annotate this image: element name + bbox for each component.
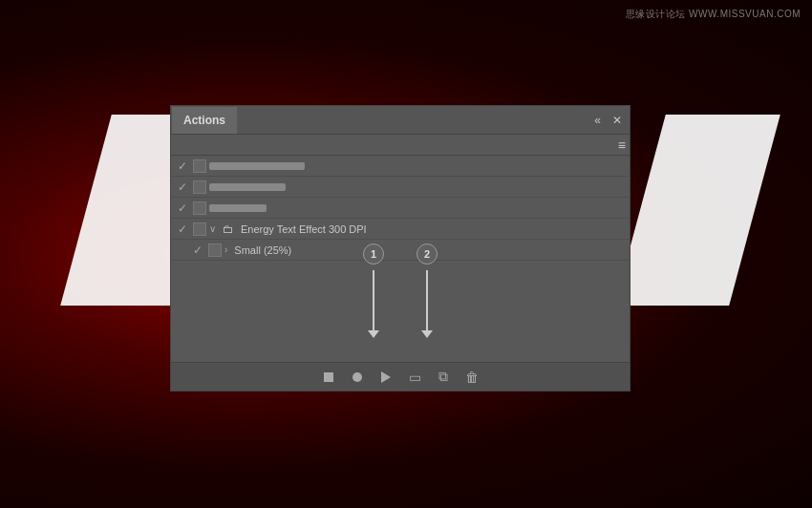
panel-toolbar: ▭ ⧉ 🗑: [171, 362, 630, 391]
checkmark-1: ✓: [175, 159, 190, 173]
row-content-2: [209, 183, 626, 191]
stop-button[interactable]: [319, 368, 338, 387]
action-row-5[interactable]: ✓ › Small (25%): [171, 240, 630, 261]
action-row-4[interactable]: ✓ ∨ 🗀 Energy Text Effect 300 DPI: [171, 219, 630, 240]
row-content-3: [209, 204, 626, 212]
panel-titlebar: Actions « ✕: [171, 106, 630, 135]
trash-icon: 🗑: [465, 370, 479, 385]
color-box-3: [193, 201, 206, 215]
checkmark-3: ✓: [175, 201, 190, 215]
color-box-2: [193, 180, 206, 194]
row-label-5: Small (25%): [234, 244, 291, 256]
record-icon: [353, 372, 362, 382]
actions-panel: Actions « ✕ ≡ ✓ ✓ ✓: [170, 105, 630, 392]
panel-controls: « ✕: [590, 112, 630, 129]
blurred-label-2: [209, 183, 286, 191]
duplicate-icon: ⧉: [438, 369, 448, 385]
folder-btn-icon: ▭: [409, 370, 421, 385]
checkmark-2: ✓: [175, 180, 190, 194]
stop-icon: [324, 372, 333, 382]
row-content-4: ∨ 🗀 Energy Text Effect 300 DPI: [209, 222, 626, 236]
new-set-button[interactable]: ▭: [405, 368, 424, 387]
action-row-1[interactable]: ✓: [171, 156, 630, 177]
record-button[interactable]: [348, 368, 367, 387]
panel-menu-icon[interactable]: ≡: [618, 138, 626, 153]
watermark: 思缘设计论坛 WWW.MISSVUAN.COM: [626, 8, 801, 21]
actions-tab[interactable]: Actions: [171, 106, 238, 134]
color-box-5: [208, 243, 222, 257]
close-button[interactable]: ✕: [609, 112, 626, 129]
blurred-label-1: [209, 162, 305, 170]
expand-icon-5[interactable]: ›: [224, 244, 227, 255]
panel-menubar: ≡: [171, 135, 630, 156]
row-content-5: › Small (25%): [224, 244, 626, 256]
row-content-1: [209, 162, 626, 170]
collapse-button[interactable]: «: [590, 112, 605, 129]
blurred-label-3: [209, 204, 267, 212]
panel-content: ✓ ✓ ✓ ✓ ∨ 🗀: [171, 156, 630, 362]
color-box-4: [193, 222, 206, 236]
delete-button[interactable]: 🗑: [462, 368, 481, 387]
play-button[interactable]: [376, 368, 395, 387]
row-label-4: Energy Text Effect 300 DPI: [241, 223, 367, 235]
new-action-button[interactable]: ⧉: [434, 368, 453, 387]
checkmark-5: ✓: [190, 243, 205, 257]
action-row-2[interactable]: ✓: [171, 177, 630, 198]
play-icon: [381, 371, 391, 383]
expand-icon-4[interactable]: ∨: [209, 223, 216, 234]
action-row-3[interactable]: ✓: [171, 198, 630, 219]
checkmark-4: ✓: [175, 222, 190, 236]
folder-icon-4: 🗀: [223, 222, 234, 236]
color-box-1: [193, 159, 206, 173]
